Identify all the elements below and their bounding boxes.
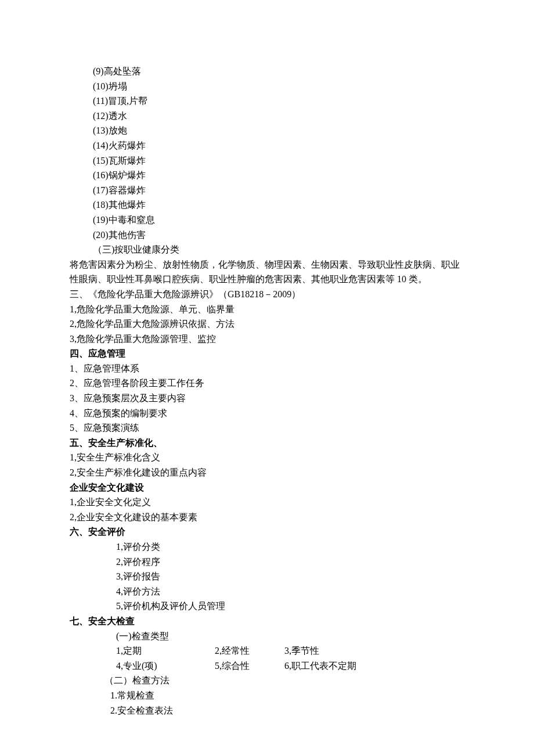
document-content: (9)高处坠落 (10)坍塌 (11)冒顶,片帮 (12)透水 (13)放炮 (… (70, 64, 464, 718)
section-heading: 七、安全大检查 (70, 614, 464, 629)
inline-item: 1,定期 (116, 643, 215, 658)
list-item: (13)放炮 (93, 123, 464, 138)
list-item: 2,评价程序 (116, 555, 464, 570)
inline-item: 5,综合性 (215, 658, 284, 674)
list-item: 1,危险化学品重大危险源、单元、临界量 (70, 302, 464, 317)
inline-item: 4,专业(项) (116, 658, 215, 674)
inline-item: 2,经常性 (215, 643, 284, 658)
list-item: (11)冒顶,片帮 (93, 93, 464, 109)
list-item: 3,危险化学品重大危险源管理、监控 (70, 332, 464, 347)
list-item: (9)高处坠落 (93, 64, 464, 79)
list-item: (10)坍塌 (93, 79, 464, 94)
list-item: 2,企业安全文化建设的基本要素 (70, 510, 464, 525)
list-item: 5、应急预案演练 (70, 420, 464, 435)
inline-item: 3,季节性 (284, 643, 389, 658)
list-item: (17)容器爆炸 (93, 183, 464, 198)
inline-item: 6,职工代表不定期 (284, 658, 389, 674)
list-item: 2,危险化学品重大危险源辨识依据、方法 (70, 316, 464, 332)
subsection-heading: （二）检查方法 (70, 673, 464, 688)
list-item: 2,安全生产标准化建设的重点内容 (70, 465, 464, 480)
section-heading: 企业安全文化建设 (70, 480, 464, 495)
list-item: (20)其他伤害 (93, 228, 464, 243)
inline-row: 4,专业(项) 5,综合性 6,职工代表不定期 (116, 658, 464, 674)
subsection-heading: （三)按职业健康分类 (70, 242, 464, 257)
section-heading: 五、安全生产标准化、 (70, 435, 464, 451)
list-item: 1、应急管理体系 (70, 361, 464, 376)
inline-row: 1,定期 2,经常性 3,季节性 (116, 643, 464, 658)
list-item: (16)锅炉爆炸 (93, 168, 464, 183)
list-item: 2、应急管理各阶段主要工作任务 (70, 376, 464, 391)
indented-list: 1.常规检查 2.安全检查表法 (70, 688, 464, 718)
list-item: (18)其他爆炸 (93, 197, 464, 213)
list-item: (19)中毒和窒息 (93, 213, 464, 228)
paragraph-text: 将危害因素分为粉尘、放射性物质，化学物质、物理因素、生物因素、导致职业性皮肤病、… (70, 257, 464, 287)
list-item: 1,安全生产标准化含义 (70, 450, 464, 465)
subsection-heading: (一)检查类型 (116, 629, 464, 644)
list-item: 5,评价机构及评价人员管理 (116, 599, 464, 614)
list-item: (15)瓦斯爆炸 (93, 153, 464, 168)
list-item: 1,企业安全文化定义 (70, 495, 464, 510)
list-item: 2.安全检查表法 (110, 703, 464, 718)
numbered-list: (9)高处坠落 (10)坍塌 (11)冒顶,片帮 (12)透水 (13)放炮 (… (70, 64, 464, 242)
list-item: 1.常规检查 (110, 688, 464, 703)
list-item: (14)火药爆炸 (93, 138, 464, 153)
list-item: 3,评价报告 (116, 569, 464, 584)
list-item: 4,评价方法 (116, 584, 464, 599)
section-heading: 六、安全评价 (70, 524, 464, 539)
list-item: 1,评价分类 (116, 539, 464, 555)
indented-block: (一)检查类型 1,定期 2,经常性 3,季节性 4,专业(项) 5,综合性 6… (70, 629, 464, 674)
list-item: 3、应急预案层次及主要内容 (70, 391, 464, 406)
indented-list: 1,评价分类 2,评价程序 3,评价报告 4,评价方法 5,评价机构及评价人员管… (70, 539, 464, 614)
list-item: (12)透水 (93, 109, 464, 124)
section-heading: 四、应急管理 (70, 346, 464, 361)
list-item: 4、应急预案的编制要求 (70, 406, 464, 421)
section-heading: 三、《危险化学品重大危险源辨识》（GB18218－2009） (70, 287, 464, 302)
